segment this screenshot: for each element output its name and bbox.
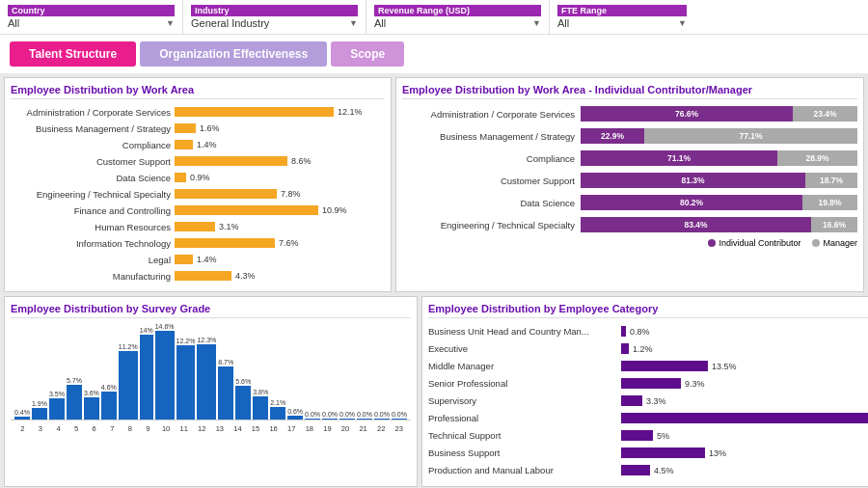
ic-manager-bar-row: Compliance 71.1% 28.9% <box>402 149 857 167</box>
category-label: Business Support <box>428 447 621 458</box>
histogram-bar-group: 14% <box>140 327 153 420</box>
hist-label: 16 <box>265 424 282 433</box>
survey-grade-title: Employee Distribution by Survey Grade <box>11 303 411 318</box>
ic-manager-legend: Individual Contributor Manager <box>402 238 857 248</box>
hist-label: 5 <box>68 424 85 433</box>
work-area-bar-label: Compliance <box>11 140 175 150</box>
survey-grade-panel: Employee Distribution by Survey Grade 0.… <box>4 296 418 487</box>
fte-arrow: ▼ <box>678 18 687 28</box>
fte-filter[interactable]: FTE Range All ▼ <box>550 0 694 34</box>
work-area-bar-fill <box>175 205 318 215</box>
hist-pct: 3.8% <box>253 389 268 395</box>
hist-label: 14 <box>230 424 246 433</box>
histogram-bar-group: 0.4% <box>14 409 30 420</box>
hist-pct: 4.6% <box>101 384 117 391</box>
work-area-bar-container: 1.4% <box>175 255 385 264</box>
ic-bar: 81.3% <box>581 173 805 188</box>
work-area-bar-fill <box>175 238 275 248</box>
mgr-bar: 77.1% <box>644 128 857 144</box>
work-area-bar-value: 7.8% <box>281 189 301 199</box>
hist-bar <box>67 385 82 420</box>
employee-category-title: Employee Distribution by Employee Catego… <box>428 303 868 318</box>
charts-row-2: Employee Distribution by Survey Grade 0.… <box>4 296 864 487</box>
category-bar <box>621 343 629 354</box>
ic-manager-stacked-bars: 22.9% 77.1% <box>581 128 857 144</box>
industry-filter[interactable]: Industry General Industry ▼ <box>183 0 366 34</box>
work-area-bar-fill <box>175 156 287 166</box>
work-area-bar-row: Business Management / Strategy 1.6% <box>11 122 385 135</box>
histogram-bar-group: 0.0% <box>305 411 320 420</box>
category-bar-area: 9.3% <box>621 378 868 389</box>
histogram-bar-group: 1.9% <box>32 400 47 420</box>
work-area-bar-fill <box>175 140 193 149</box>
hist-pct: 0.4% <box>14 409 30 416</box>
category-label: Business Unit Head and Country Man... <box>428 326 621 337</box>
hist-pct: 0.0% <box>322 411 338 418</box>
histogram-bar-group: 14.6% <box>155 323 175 420</box>
work-area-bar-value: 10.9% <box>322 205 347 215</box>
category-bar-area: 1.2% <box>621 343 868 354</box>
work-area-bar-container: 12.1% <box>175 107 385 117</box>
hist-bar <box>287 416 303 420</box>
hist-label: 17 <box>284 424 300 433</box>
work-area-bar-row: Customer Support 8.6% <box>11 154 385 168</box>
work-area-bar-container: 0.9% <box>175 173 385 182</box>
legend-ic: Individual Contributor <box>708 238 800 248</box>
hist-bar <box>49 398 65 420</box>
tab-org-effectiveness[interactable]: Organization Effectiveness <box>140 41 327 67</box>
category-bar-row: Middle Manager 13.5% <box>428 359 868 373</box>
hist-pct: 0.6% <box>287 408 303 415</box>
work-area-bar-label: Engineering / Technical Specialty <box>11 189 175 200</box>
hist-pct: 8.7% <box>218 359 233 366</box>
hist-label: 7 <box>104 424 121 433</box>
hist-pct: 11.2% <box>119 343 138 350</box>
legend-ic-dot <box>708 239 716 247</box>
hist-bar <box>197 344 216 420</box>
category-pct: 4.5% <box>654 466 674 475</box>
hist-label: 19 <box>319 424 336 433</box>
histogram-labels: 234567891011121314151617181920212223 <box>11 424 411 433</box>
category-bars: Business Unit Head and Country Man... 0.… <box>428 324 868 477</box>
category-bar-area: 0.8% <box>621 326 868 337</box>
tab-talent-structure[interactable]: Talent Structure <box>10 41 136 67</box>
hist-label: 12 <box>194 424 210 433</box>
category-bar-row: Supervisory 3.3% <box>428 393 868 408</box>
ic-manager-stacked-bars: 81.3% 18.7% <box>581 173 857 188</box>
work-area-title: Employee Distribution by Work Area <box>11 84 385 99</box>
revenue-filter[interactable]: Revenue Range (USD) All ▼ <box>366 0 550 34</box>
histogram-bar-group: 0.6% <box>287 408 303 420</box>
hist-pct: 14.6% <box>155 323 175 330</box>
hist-label: 2 <box>14 424 31 433</box>
work-area-bar-value: 12.1% <box>338 107 363 117</box>
category-pct: 5% <box>657 431 669 441</box>
ic-manager-bar-row: Administration / Corporate Services 76.6… <box>402 105 857 122</box>
category-bar <box>621 465 650 475</box>
category-bar-row: Professional 49.4% <box>428 411 868 425</box>
work-area-bar-fill <box>175 255 193 264</box>
category-pct: 3.3% <box>646 396 666 406</box>
category-bar <box>621 395 642 406</box>
work-area-bar-row: Manufacturing 4.3% <box>11 269 385 283</box>
work-area-bar-row: Human Resources 3.1% <box>11 220 385 233</box>
work-area-bar-container: 1.4% <box>175 140 385 149</box>
hist-pct: 2.1% <box>270 399 285 406</box>
work-area-bar-fill <box>175 189 277 199</box>
hist-pct: 5.6% <box>235 378 251 385</box>
work-area-bar-row: Information Technology 7.6% <box>11 236 385 250</box>
hist-bar <box>235 386 251 420</box>
hist-bar <box>119 351 138 420</box>
country-filter[interactable]: Country All ▼ <box>0 0 183 34</box>
work-area-bar-label: Business Management / Strategy <box>11 123 175 134</box>
histogram-bar-group: 0.0% <box>357 411 372 420</box>
ic-manager-bar-row: Customer Support 81.3% 18.7% <box>402 172 857 189</box>
hist-label: 3 <box>33 424 49 433</box>
category-bar-area: 4.5% <box>621 465 868 475</box>
category-pct: 1.2% <box>633 344 653 354</box>
hist-bar <box>218 366 233 420</box>
category-pct: 0.8% <box>630 327 650 337</box>
category-bar-row: Production and Manual Labour 4.5% <box>428 463 868 477</box>
work-area-bar-value: 1.4% <box>197 140 217 149</box>
ic-manager-bar-label: Business Management / Strategy <box>402 131 581 142</box>
hist-label: 15 <box>248 424 264 433</box>
tab-scope[interactable]: Scope <box>331 41 404 67</box>
